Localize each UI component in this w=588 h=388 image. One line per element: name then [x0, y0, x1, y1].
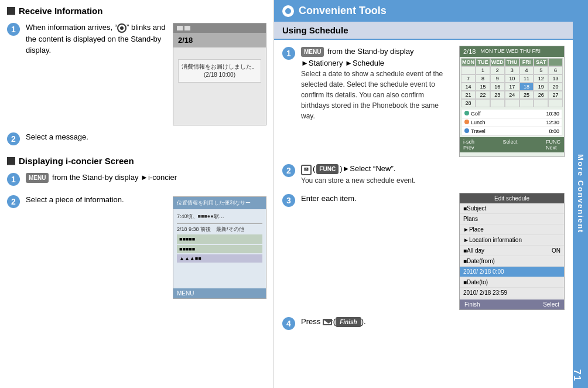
step-num-1: 1: [7, 23, 20, 36]
cal-cell: [534, 99, 548, 107]
left-s2-step1-text: MENU from the Stand-by display ►i-concie…: [26, 172, 266, 183]
side-label-text: More Convenient: [576, 154, 585, 233]
phone2-date-time: 2/18 9:38 前後 最新/その他: [177, 226, 262, 233]
right-step-num-2: 2: [282, 164, 295, 177]
cal-hdr-mon: MON: [461, 58, 476, 66]
cal-footer: i-schPrev Select FUNCNext: [460, 137, 564, 152]
cal-event-area: Golf 10:30 Lunch 12:30 Travel 8:00: [462, 110, 562, 136]
edit-row-allday: ■All dayON: [460, 246, 564, 256]
right-step-num-3: 3: [282, 194, 295, 207]
left-step2-content: Select a message.: [26, 131, 266, 143]
cal-cell: 6: [548, 66, 563, 74]
cal-cell: [490, 99, 505, 107]
right-step2-main: ✉(FUNC)►Select “New”.: [301, 163, 565, 175]
golf-label: Golf: [464, 111, 481, 117]
allday-value: ON: [552, 247, 560, 254]
calendar-screenshot: 2/18 MON TUE WED THU FRI MON TUE WED THU…: [459, 46, 565, 157]
right-step3-row: 3 Enter each item. Edit schedule ■Subjec…: [282, 193, 565, 310]
envelope-icon: [323, 319, 332, 325]
phone-header: [173, 23, 266, 33]
right-step-num-1: 1: [282, 47, 295, 60]
left-step1: 1 When information arrives, “” blinks an…: [7, 22, 266, 125]
left-s2-step2-text: Select a piece of information.: [26, 194, 167, 206]
phone-date: 2/18: [173, 33, 266, 47]
phone-screenshot-2: 位置情報を利用した便利なサー 7:40頃、■■■●●駅… 2/18 9:38 前…: [173, 196, 266, 299]
phone2-location-label: 位置情報を利用した便利なサー: [177, 199, 251, 207]
edit-row-datefrom: ■Date(from): [460, 256, 564, 267]
right-step1-sub: Select a date to show a schedule event o…: [301, 69, 453, 121]
edit-row-todate: 2010/ 2/18 23:59: [460, 288, 564, 298]
using-schedule-title: Using Schedule: [282, 25, 348, 35]
location-label: ►Location information: [463, 237, 522, 243]
cal-header: 2/18 MON TUE WED THU FRI: [460, 46, 564, 57]
right-step3-main: Enter each item.: [301, 193, 453, 205]
left-s2-step2-content: Select a piece of information.: [26, 194, 167, 206]
cal-date: 2/18: [463, 48, 476, 55]
right-step1-main: MENU from the Stand-by display ►Statione…: [301, 46, 453, 69]
right-step3: 3 Enter each item.: [282, 193, 453, 207]
divider: [177, 223, 262, 224]
cal-grid: MON TUE WED THU FRI SAT 1 2 3 4 5: [460, 57, 564, 108]
cal-next: FUNCNext: [546, 139, 560, 151]
cal-cell: 15: [476, 83, 490, 91]
cal-cell: 28: [461, 99, 476, 107]
golf-time: 10:30: [546, 111, 559, 117]
left-step2: 2 Select a message.: [7, 131, 266, 145]
battery-icon: [184, 26, 190, 30]
left-step1-block: 1 When information arrives, “” blinks an…: [7, 22, 167, 125]
cal-hdr-fri: FRI: [519, 58, 534, 66]
edit-header: Edit schedule: [460, 193, 564, 203]
section2-header: Displaying i-concier Screen: [7, 156, 266, 166]
cal-cell: 26: [534, 91, 548, 99]
right-step2-sub: You can store a new schedule event.: [301, 175, 565, 186]
menu-badge: MENU: [26, 173, 49, 183]
keitai-icon: ✉: [301, 165, 312, 175]
cal-cell: 19: [534, 83, 548, 91]
phone2-item2: ■■■■■: [177, 245, 262, 253]
cal-cell: 20: [548, 83, 563, 91]
cal-cell: [548, 99, 563, 107]
phone-screenshot-1: 2/18 消費情報をお届けしました。(2/18 10:00): [173, 23, 266, 125]
plans-label: Plans: [463, 216, 478, 222]
cal-select[interactable]: Select: [503, 139, 518, 151]
cal-cell: 3: [505, 66, 519, 74]
cal-cell: 13: [548, 74, 563, 83]
cal-cell: 5: [534, 66, 548, 74]
right-step3-content: Enter each item.: [301, 193, 453, 205]
cal-cell: 8: [476, 74, 490, 83]
right-step3-block: 3 Enter each item.: [282, 193, 453, 310]
left-step2-text: Select a message.: [26, 131, 266, 143]
phone2-item1: ■■■■■: [177, 234, 262, 244]
left-s2-step2-block: 2 Select a piece of information.: [7, 194, 167, 299]
cal-event-travel: Travel 8:00: [462, 127, 562, 136]
left-s2-step2: 2 Select a piece of information. 位置情報を利用…: [7, 194, 266, 299]
edit-select[interactable]: Select: [543, 301, 559, 308]
cal-cell: [505, 99, 519, 107]
edit-row-place: ►Place: [460, 224, 564, 235]
right-step1-row: 1 MENU from the Stand-by display ►Statio…: [282, 46, 565, 157]
cal-cell: 21: [461, 91, 476, 99]
left-s2-step-num-2: 2: [7, 195, 20, 208]
allday-label: ■All day: [463, 247, 484, 254]
right-top-bar: Convenient Tools: [274, 0, 573, 22]
cal-hdr-sat: SAT: [534, 58, 548, 66]
right-step1: 1 MENU from the Stand-by display ►Statio…: [282, 46, 453, 121]
cal-hdr-thu: THU: [505, 58, 519, 66]
edit-schedule-screenshot: Edit schedule ■Subject Plans ►Place ►Loc…: [459, 193, 565, 310]
right-content: 1 MENU from the Stand-by display ►Statio…: [274, 40, 573, 388]
dateto-label: ■Date(to): [463, 279, 488, 285]
cal-hdr-tue: TUE: [476, 58, 490, 66]
right-step2-content: ✉(FUNC)►Select “New”. You can store a ne…: [301, 163, 565, 186]
left-panel: Receive Information 1 When information a…: [0, 0, 274, 388]
section2: Displaying i-concier Screen 1 MENU from …: [7, 156, 266, 299]
right-panel: Convenient Tools Using Schedule 1 MENU f…: [274, 0, 573, 388]
cal-cell: 2: [490, 66, 505, 74]
phone2-footer: MENU: [173, 288, 266, 298]
left-step1-text: When information arrives, “” blinks and …: [26, 22, 167, 56]
phone2-content: 7:40頃、■■■●●駅… 2/18 9:38 前後 最新/その他 ■■■■■ …: [173, 209, 266, 266]
edit-finish[interactable]: Finish: [464, 301, 480, 308]
cal-prev: i-schPrev: [463, 139, 474, 151]
subject-label: ■Subject: [463, 205, 486, 212]
cal-event-golf: Golf 10:30: [462, 110, 562, 118]
phone2-item3: ▲▲▲■■: [177, 254, 262, 263]
